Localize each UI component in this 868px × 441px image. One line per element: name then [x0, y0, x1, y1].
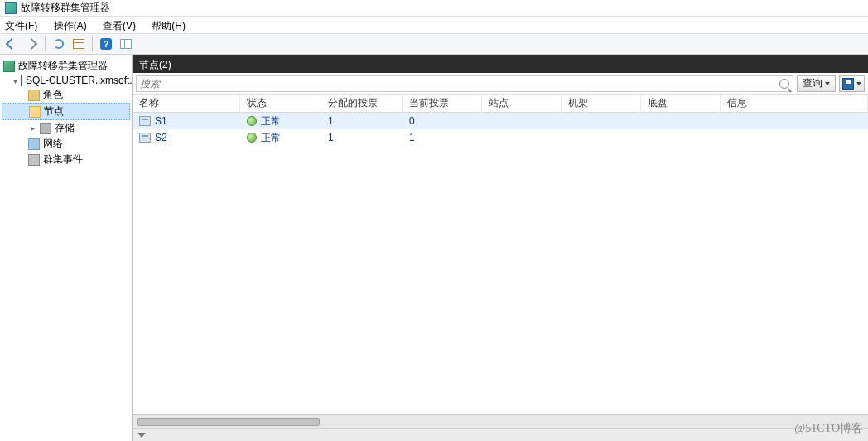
chevron-down-icon	[137, 433, 146, 438]
scrollbar-thumb[interactable]	[137, 418, 320, 426]
nav-tree: 故障转移群集管理器 ▾ SQL-CLUSTER.ixmsoft.com 角色 节…	[0, 55, 133, 441]
roles-icon	[28, 90, 40, 101]
table-row[interactable]: S2 正常 1 1	[133, 129, 868, 146]
col-status[interactable]: 状态	[240, 94, 321, 113]
cell-rack	[562, 136, 641, 139]
node-icon	[139, 116, 151, 126]
col-rack[interactable]: 机架	[562, 94, 641, 113]
save-button[interactable]	[839, 75, 865, 92]
tree-cluster[interactable]: ▾ SQL-CLUSTER.ixmsoft.com	[2, 74, 130, 87]
toolbar: ?	[0, 33, 868, 55]
storage-icon	[40, 123, 51, 134]
content-pane: 节点(2) 查询 名称 状态 分配的投票 当前投票 站点 机架 底盘 信	[133, 55, 868, 441]
cell-name: S2	[155, 132, 167, 143]
tree-networks[interactable]: 网络	[2, 136, 130, 152]
nav-forward-button[interactable]	[23, 36, 40, 52]
tree-networks-label: 网络	[43, 137, 63, 151]
grid-body: S1 正常 1 0 S2 正常 1 1	[133, 113, 868, 414]
watermark: @51CTO博客	[794, 421, 863, 436]
help-button[interactable]: ?	[98, 36, 114, 52]
searchbox[interactable]	[136, 75, 793, 92]
main-area: 故障转移群集管理器 ▾ SQL-CLUSTER.ixmsoft.com 角色 节…	[0, 55, 868, 441]
refresh-icon	[54, 39, 64, 49]
cell-current-vote: 0	[403, 114, 482, 128]
cell-current-vote: 1	[403, 130, 482, 145]
content-title: 节点(2)	[139, 59, 171, 70]
col-current-vote[interactable]: 当前投票	[403, 94, 482, 113]
tree-nodes[interactable]: 节点	[2, 103, 130, 120]
tree-root[interactable]: 故障转移群集管理器	[2, 58, 130, 74]
tree-cluster-label: SQL-CLUSTER.ixmsoft.com	[26, 75, 133, 86]
arrow-right-icon	[26, 38, 37, 50]
tree-storage[interactable]: ▸ 存储	[2, 120, 130, 136]
cell-site	[482, 136, 562, 139]
view-list-button[interactable]	[70, 36, 87, 52]
cell-status: 正常	[261, 131, 281, 145]
search-input[interactable]	[140, 78, 779, 90]
node-icon	[139, 133, 151, 143]
horizontal-scrollbar[interactable]	[133, 414, 868, 428]
app-title: 故障转移群集管理器	[21, 1, 110, 15]
menu-view[interactable]: 查看(V)	[103, 20, 136, 32]
col-chassis[interactable]: 底盘	[641, 94, 721, 113]
chevron-down-icon	[856, 82, 861, 85]
status-ok-icon	[247, 116, 257, 126]
cell-chassis	[641, 119, 721, 123]
tree-root-label: 故障转移群集管理器	[18, 59, 108, 73]
arrow-left-icon	[6, 38, 17, 50]
cell-assigned-vote: 1	[321, 130, 403, 145]
query-button[interactable]: 查询	[797, 75, 836, 92]
network-icon	[28, 138, 40, 150]
nav-back-button[interactable]	[3, 36, 20, 52]
tree-nodes-label: 节点	[44, 104, 64, 119]
cell-site	[482, 119, 562, 123]
col-site[interactable]: 站点	[482, 94, 562, 113]
table-row[interactable]: S1 正常 1 0	[133, 113, 868, 129]
menubar: 文件(F) 操作(A) 查看(V) 帮助(H)	[0, 17, 868, 33]
cell-chassis	[641, 136, 721, 139]
separator	[45, 36, 46, 51]
events-icon	[28, 154, 40, 166]
query-label: 查询	[803, 76, 822, 90]
app-icon	[5, 2, 17, 14]
save-icon	[842, 78, 854, 90]
menu-action[interactable]: 操作(A)	[54, 20, 87, 32]
list-icon	[73, 39, 84, 49]
chevron-down-icon	[825, 82, 830, 85]
grid-header: 名称 状态 分配的投票 当前投票 站点 机架 底盘 信息	[133, 94, 868, 113]
menu-file[interactable]: 文件(F)	[5, 20, 37, 32]
separator	[92, 36, 93, 51]
refresh-button[interactable]	[51, 36, 67, 52]
caret-icon: ▾	[13, 76, 17, 85]
caret-icon: ▸	[28, 124, 36, 133]
server-icon	[21, 75, 22, 86]
cell-rack	[562, 119, 641, 123]
nodes-icon	[29, 106, 41, 118]
content-header: 节点(2)	[133, 55, 868, 73]
cell-status: 正常	[261, 114, 281, 128]
col-info[interactable]: 信息	[721, 94, 868, 113]
tree-roles[interactable]: 角色	[2, 87, 130, 103]
col-name[interactable]: 名称	[133, 94, 240, 113]
tree-roles-label: 角色	[43, 88, 63, 102]
panel-icon	[120, 39, 132, 49]
tree-events[interactable]: 群集事件	[2, 152, 130, 167]
cluster-manager-icon	[3, 61, 15, 72]
status-ok-icon	[247, 133, 257, 143]
cell-name: S1	[155, 115, 167, 127]
search-icon[interactable]	[779, 79, 789, 89]
tree-storage-label: 存储	[55, 121, 75, 135]
tree-events-label: 群集事件	[43, 153, 83, 167]
panel-toggle-button[interactable]	[118, 36, 134, 52]
searchbar: 查询	[133, 73, 868, 94]
menu-help[interactable]: 帮助(H)	[152, 20, 186, 32]
titlebar: 故障转移群集管理器	[0, 0, 868, 17]
cell-assigned-vote: 1	[321, 114, 403, 128]
help-icon: ?	[100, 38, 112, 50]
detail-expander[interactable]	[133, 428, 868, 441]
col-assigned-vote[interactable]: 分配的投票	[321, 94, 403, 113]
